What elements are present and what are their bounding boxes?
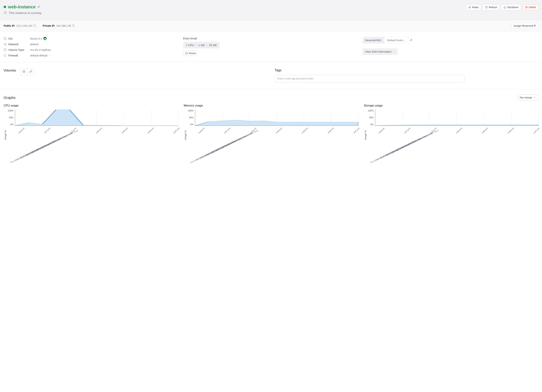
- reverse-dns-value: Default hostn…: [384, 37, 408, 43]
- y-tick: 0%: [368, 123, 374, 126]
- volume-type-icon: [4, 48, 6, 51]
- add-volume-button[interactable]: [21, 69, 27, 75]
- assign-reserved-ip-button[interactable]: Assign Reserved IP: [511, 23, 538, 29]
- resize-button[interactable]: Resize: [183, 51, 198, 56]
- disk-spec: 25 GB: [209, 43, 217, 47]
- svg-point-10: [4, 44, 5, 45]
- os-icon: [4, 37, 6, 40]
- reverse-dns-field: ReverseDNS: Default hostn…: [363, 37, 408, 43]
- x-tick: 4:57 p.m.: [533, 126, 541, 134]
- usage-chart: Storage usageUsage %100%50%0%4:33 p.m.4:…: [364, 104, 538, 161]
- x-tick: 4:45 p.m.: [455, 126, 463, 134]
- notes-button[interactable]: Notes: [466, 4, 481, 10]
- plot-area: [15, 109, 178, 126]
- chevron-down-icon: [393, 51, 395, 53]
- x-tick: 4:37 p.m.: [403, 126, 411, 134]
- volumes-tags-section: Volumes Tags: [0, 62, 542, 89]
- copy-public-ip-icon[interactable]: [34, 24, 36, 27]
- y-tick: 50%: [368, 116, 374, 119]
- firewall-value: default-default: [30, 54, 47, 57]
- svg-marker-0: [4, 11, 7, 14]
- size-title: Extra Small: [183, 37, 359, 40]
- svg-rect-6: [73, 25, 75, 27]
- instance-name: web-instance: [8, 4, 36, 10]
- svg-point-9: [5, 43, 6, 44]
- timestamp-label: Tue Oct 22 2024 16:56:58 GMT+0530 (India…: [391, 129, 439, 154]
- volumes-title: Volumes: [4, 69, 16, 72]
- view-ssh-button[interactable]: View SSH information: [363, 48, 398, 55]
- chart-title: Storage usage: [364, 104, 538, 107]
- shutdown-button[interactable]: Shutdown: [501, 4, 521, 10]
- y-tick: 50%: [188, 116, 194, 119]
- reverse-dns-label: ReverseDNS:: [363, 37, 384, 43]
- os-label: OS:: [8, 37, 28, 40]
- y-axis-label: Usage %: [4, 109, 7, 161]
- edit-name-icon[interactable]: [37, 5, 40, 9]
- plot-area: [375, 109, 538, 126]
- y-tick: 100%: [368, 109, 374, 112]
- graph-interval-select[interactable]: Per minute: [517, 95, 538, 101]
- delete-label: Delete: [529, 6, 536, 9]
- chart-title: Memory usage: [184, 104, 358, 107]
- copy-private-ip-icon[interactable]: [72, 24, 75, 27]
- y-tick: 100%: [8, 109, 13, 112]
- view-ssh-label: View SSH information: [365, 50, 391, 53]
- x-tick: 4:53 p.m.: [326, 126, 335, 134]
- plot-area: [195, 109, 358, 126]
- network-value: default: [30, 43, 38, 46]
- reboot-label: Reboot: [489, 6, 497, 9]
- size-specs: 1 CPU / 1 GB / 25 GB: [183, 42, 220, 48]
- y-tick: 0%: [188, 123, 194, 126]
- reboot-button[interactable]: Reboot: [483, 4, 499, 10]
- usage-chart: CPU usageUsage %100%50%0%4:33 p.m.4:37 p…: [4, 104, 178, 161]
- y-axis-label: Usage %: [184, 109, 187, 161]
- x-tick: 4:53 p.m.: [507, 126, 515, 134]
- x-tick: 4:45 p.m.: [95, 126, 103, 134]
- y-axis-label: Usage %: [364, 109, 367, 161]
- volume-type-label: Volume Type:: [8, 48, 28, 51]
- os-value: Rocky 9.1: [30, 37, 42, 40]
- x-tick: 4:49 p.m.: [121, 126, 129, 134]
- x-tick: 4:57 p.m.: [352, 126, 360, 134]
- y-tick: 0%: [8, 123, 13, 126]
- ram-spec: 1 GB: [198, 43, 205, 47]
- firewall-dropdown[interactable]: default-default: [30, 54, 51, 57]
- favorite-star-icon[interactable]: [4, 11, 7, 15]
- ip-bar: Public IP: 212.2.242.141 Private IP: 192…: [0, 20, 542, 31]
- cpu-spec: 1 CPU: [186, 43, 194, 47]
- svg-point-11: [5, 45, 6, 45]
- svg-line-13: [5, 44, 6, 45]
- shutdown-label: Shutdown: [507, 6, 518, 9]
- svg-line-12: [5, 43, 6, 44]
- x-tick: 4:49 p.m.: [481, 126, 489, 134]
- public-ip-label: Public IP:: [4, 24, 15, 27]
- delete-button[interactable]: Delete: [523, 4, 538, 10]
- chevron-down-icon: [49, 54, 51, 57]
- usage-chart: Memory usageUsage %100%50%0%4:33 p.m.4:3…: [184, 104, 358, 161]
- svg-line-8: [4, 38, 6, 40]
- edit-reverse-dns-icon[interactable]: [410, 39, 412, 42]
- x-tick: 4:49 p.m.: [301, 126, 309, 134]
- x-tick: 4:33 p.m.: [17, 126, 25, 134]
- firewall-label: Firewall:: [8, 54, 28, 57]
- volume-type-value: ms-xfs-2-replicas: [30, 48, 51, 51]
- tags-title: Tags: [275, 68, 538, 72]
- private-ip-label: Private IP:: [43, 24, 55, 27]
- rocky-logo-icon: [43, 37, 47, 40]
- chevron-down-icon: [533, 97, 536, 99]
- tag-input[interactable]: [275, 75, 465, 82]
- graph-interval-value: Per minute: [520, 96, 532, 99]
- graphs-section: Graphs Per minute CPU usageUsage %100%50…: [0, 89, 542, 172]
- status-dot-running: [4, 6, 6, 8]
- x-tick: 4:57 p.m.: [173, 126, 180, 134]
- public-ip-value: 212.2.242.141: [16, 24, 33, 27]
- timestamp-label: Tue Oct 22 2024 16:56:58 GMT+0530 (India…: [211, 129, 259, 154]
- chart-title: CPU usage: [4, 104, 178, 107]
- instance-details: OS: Rocky 9.1 Network: default Volume Ty…: [0, 31, 542, 62]
- y-tick: 50%: [8, 116, 13, 119]
- firewall-icon: [4, 54, 6, 57]
- x-tick: 4:33 p.m.: [377, 126, 385, 134]
- attach-volume-button[interactable]: [27, 69, 34, 75]
- instance-header: web-instance This instance is running. N…: [0, 0, 542, 20]
- svg-point-14: [4, 49, 6, 49]
